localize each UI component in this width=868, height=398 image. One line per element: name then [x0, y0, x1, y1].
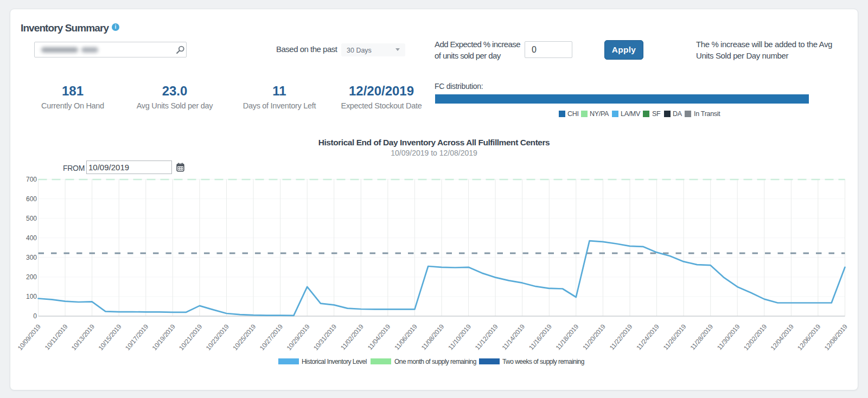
svg-text:400: 400	[26, 234, 37, 242]
svg-text:11/02/2019: 11/02/2019	[339, 323, 365, 351]
svg-text:10/25/2019: 10/25/2019	[231, 323, 257, 352]
svg-text:100: 100	[26, 293, 37, 300]
svg-text:10/15/2019: 10/15/2019	[97, 323, 123, 352]
svg-text:500: 500	[26, 215, 37, 222]
svg-text:11/30/2019: 11/30/2019	[716, 323, 742, 351]
svg-text:600: 600	[26, 195, 37, 203]
svg-text:10/13/2019: 10/13/2019	[70, 323, 96, 352]
svg-text:11/10/2019: 11/10/2019	[446, 323, 473, 351]
svg-text:10/31/2019: 10/31/2019	[312, 323, 338, 352]
svg-text:10/21/2019: 10/21/2019	[177, 323, 203, 352]
svg-text:11/24/2019: 11/24/2019	[635, 323, 661, 351]
svg-text:11/18/2019: 11/18/2019	[554, 323, 580, 351]
svg-text:10/11/2019: 10/11/2019	[43, 323, 69, 351]
svg-text:11/22/2019: 11/22/2019	[608, 323, 634, 351]
svg-text:200: 200	[26, 273, 37, 281]
svg-text:11/04/2019: 11/04/2019	[366, 323, 392, 351]
svg-text:11/26/2019: 11/26/2019	[662, 323, 688, 351]
svg-text:12/08/2019: 12/08/2019	[823, 323, 849, 352]
svg-text:12/06/2019: 12/06/2019	[796, 323, 822, 352]
svg-text:0: 0	[33, 312, 37, 320]
svg-text:12/02/2019: 12/02/2019	[742, 323, 768, 352]
svg-text:10/27/2019: 10/27/2019	[258, 323, 284, 352]
svg-text:11/20/2019: 11/20/2019	[581, 323, 607, 351]
svg-text:11/08/2019: 11/08/2019	[420, 323, 446, 351]
svg-text:700: 700	[26, 176, 37, 183]
svg-text:10/19/2019: 10/19/2019	[151, 323, 177, 352]
svg-text:11/06/2019: 11/06/2019	[393, 323, 419, 351]
svg-text:11/14/2019: 11/14/2019	[501, 323, 527, 351]
svg-text:11/12/2019: 11/12/2019	[474, 323, 500, 351]
svg-text:10/23/2019: 10/23/2019	[205, 323, 231, 352]
svg-text:11/28/2019: 11/28/2019	[689, 323, 715, 351]
svg-text:10/09/2019: 10/09/2019	[16, 323, 42, 352]
svg-text:11/16/2019: 11/16/2019	[527, 323, 553, 351]
svg-text:12/04/2019: 12/04/2019	[769, 323, 795, 352]
svg-text:300: 300	[26, 254, 37, 261]
svg-text:10/29/2019: 10/29/2019	[285, 323, 311, 352]
svg-text:10/17/2019: 10/17/2019	[124, 323, 150, 352]
